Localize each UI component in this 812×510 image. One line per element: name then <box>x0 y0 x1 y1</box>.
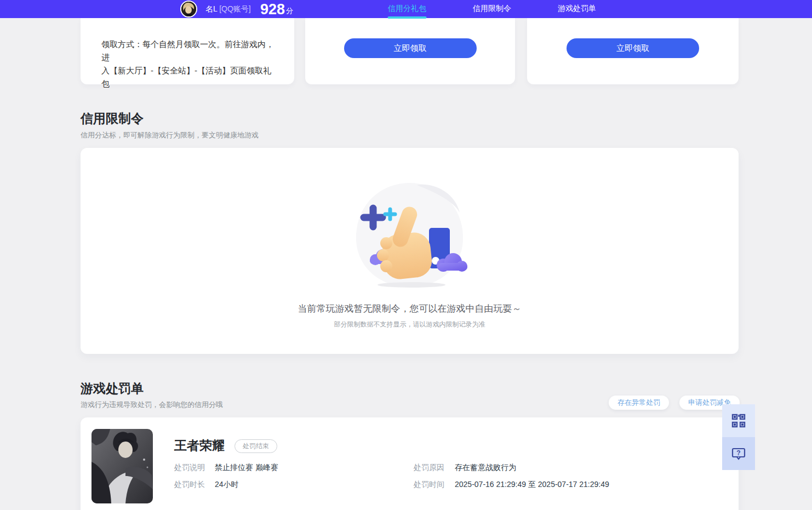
tab-game-penalty[interactable]: 游戏处罚单 <box>558 0 596 18</box>
help-button[interactable]: ? <box>722 437 755 470</box>
claim-instructions-line2: 入【新大厅】-【安全站】-【活动】页面领取礼包 <box>101 64 275 90</box>
gift-card-1: 立即领取 <box>305 18 515 84</box>
user-nickname: 名L <box>205 4 217 13</box>
no-restriction-message: 当前常玩游戏暂无限制令，您可以在游戏中自由玩耍～ <box>81 302 739 315</box>
help-bubble-icon: ? <box>730 445 747 462</box>
tab-label: 信用分礼包 <box>388 4 426 13</box>
credit-score-value: 928 <box>260 1 285 18</box>
claim-now-button[interactable]: 立即领取 <box>567 38 699 58</box>
gift-card-2: 立即领取 <box>527 18 739 84</box>
tab-label: 游戏处罚单 <box>558 4 596 13</box>
penalty-desc-value: 禁止排位赛 巅峰赛 <box>215 463 278 473</box>
game-art-image <box>92 429 153 503</box>
penalty-reason-label: 处罚原因 <box>414 463 444 473</box>
penalty-duration-value: 24小时 <box>215 480 239 490</box>
penalty-time-label: 处罚时间 <box>414 480 444 490</box>
claim-instructions: 领取方式：每个自然月领取一次。前往游戏内，进 入【新大厅】-【安全站】-【活动】… <box>81 18 294 90</box>
thumbs-up-illustration <box>347 180 473 292</box>
restriction-section-title: 信用限制令 <box>81 110 144 127</box>
credit-score-unit: 分 <box>286 3 293 18</box>
penalty-duration-label: 处罚时长 <box>174 480 205 490</box>
penalty-record-card: 王者荣耀 处罚结束 处罚说明 禁止排位赛 巅峰赛 处罚原因 存在蓄意战败行为 处… <box>81 417 739 510</box>
gift-card-instructions: 领取方式：每个自然月领取一次。前往游戏内，进 入【新大厅】-【安全站】-【活动】… <box>81 18 294 84</box>
penalty-section-title: 游戏处罚单 <box>81 380 144 397</box>
abnormal-penalty-button[interactable]: 存在异常处罚 <box>609 396 669 410</box>
penalty-time-value: 2025-07-16 21:29:49 至 2025-07-17 21:29:4… <box>455 480 609 490</box>
claim-instructions-line1: 领取方式：每个自然月领取一次。前往游戏内，进 <box>101 38 275 64</box>
qr-code-button[interactable] <box>722 404 755 437</box>
tab-credit-restriction[interactable]: 信用限制令 <box>473 0 511 18</box>
restriction-data-note: 部分限制数据不支持显示，请以游戏内限制记录为准 <box>81 320 739 329</box>
penalty-desc-label: 处罚说明 <box>174 463 205 473</box>
user-name: 名L [QQ账号] <box>205 0 251 18</box>
thumbs-up-icon <box>347 180 473 292</box>
game-thumbnail <box>92 429 153 503</box>
avatar[interactable] <box>180 1 197 18</box>
tab-label: 信用限制令 <box>473 4 511 13</box>
credit-score: 928 分 <box>260 0 293 18</box>
penalty-reason-value: 存在蓄意战败行为 <box>455 463 516 473</box>
top-navbar: 名L [QQ账号] 928 分 信用分礼包 信用限制令 游戏处罚单 <box>0 0 812 18</box>
penalty-section-subtitle: 游戏行为违规导致处罚，会影响您的信用分哦 <box>81 400 223 410</box>
game-name: 王者荣耀 <box>174 437 225 454</box>
claim-now-button[interactable]: 立即领取 <box>344 38 477 58</box>
avatar-image <box>181 2 196 16</box>
account-type-badge: [QQ账号] <box>219 4 251 13</box>
floating-side-widget: ? <box>722 404 755 470</box>
tab-credit-gift[interactable]: 信用分礼包 <box>388 0 426 18</box>
restriction-empty-card: 当前常玩游戏暂无限制令，您可以在游戏中自由玩耍～ 部分限制数据不支持显示，请以游… <box>81 148 739 354</box>
svg-text:?: ? <box>736 449 740 457</box>
qr-code-icon <box>731 413 746 428</box>
restriction-section-subtitle: 信用分达标，即可解除游戏行为限制，要文明健康地游戏 <box>81 130 259 140</box>
penalty-status-badge: 处罚结束 <box>235 439 277 453</box>
active-tab-underline <box>388 16 427 19</box>
